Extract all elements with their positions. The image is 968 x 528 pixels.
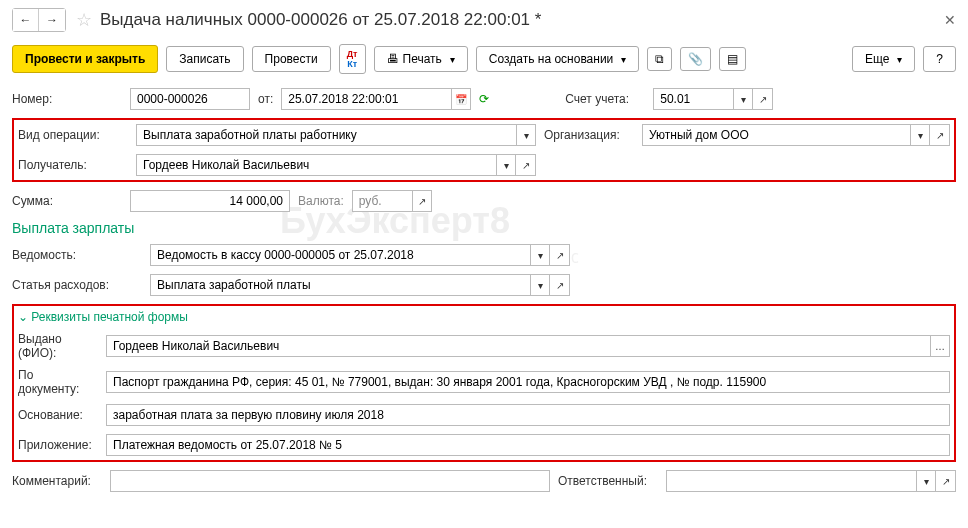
print-req-toggle[interactable]: ⌄ Реквизиты печатной формы [18,310,950,324]
calendar-icon[interactable]: 📅 [451,88,471,110]
chevron-down-icon: ⌄ [18,310,28,324]
recipient-open-icon[interactable]: ↗ [516,154,536,176]
printer-icon: 🖶 [387,52,399,66]
expense-input[interactable] [150,274,530,296]
highlighted-section-2: ⌄ Реквизиты печатной формы Выдано (ФИО):… [12,304,956,462]
sum-label: Сумма: [12,194,122,208]
basis-input[interactable] [106,404,950,426]
recipient-label: Получатель: [18,158,128,172]
row-comment: Комментарий: Ответственный: ▾ ↗ [12,470,956,492]
account-dropdown-icon[interactable]: ▾ [733,88,753,110]
currency-input [352,190,412,212]
list-button[interactable]: ▤ [719,47,746,71]
list-icon: ▤ [727,52,738,66]
doc-input[interactable] [106,371,950,393]
org-input[interactable] [642,124,910,146]
back-button[interactable]: ← [13,9,39,31]
optype-label: Вид операции: [18,128,128,142]
row-sum: Сумма: Валюта: ↗ [12,190,956,212]
row-vedomost: Ведомость: ▾ ↗ [12,244,956,266]
related-icon: ⧉ [655,52,664,66]
print-button[interactable]: 🖶 Печать [374,46,468,72]
number-label: Номер: [12,92,122,106]
salary-section-title: Выплата зарплаты [12,220,956,236]
sum-input[interactable] [130,190,290,212]
optype-dropdown-icon[interactable]: ▾ [516,124,536,146]
star-icon[interactable]: ☆ [76,9,92,31]
attach-label: Приложение: [18,438,98,452]
refresh-icon[interactable]: ⟳ [479,92,489,106]
vedomost-label: Ведомость: [12,248,142,262]
org-dropdown-icon[interactable]: ▾ [910,124,930,146]
forward-button[interactable]: → [39,9,65,31]
date-input[interactable] [281,88,451,110]
record-button[interactable]: Записать [166,46,243,72]
org-open-icon[interactable]: ↗ [930,124,950,146]
row-expense: Статья расходов: ▾ ↗ [12,274,956,296]
comment-input[interactable] [110,470,550,492]
optype-input[interactable] [136,124,516,146]
number-input[interactable] [130,88,250,110]
help-button[interactable]: ? [923,46,956,72]
responsible-input[interactable] [666,470,916,492]
row-number: Номер: от: 📅 ⟳ Счет учета: ▾ ↗ [12,88,956,110]
vedomost-dropdown-icon[interactable]: ▾ [530,244,550,266]
account-open-icon[interactable]: ↗ [753,88,773,110]
vedomost-open-icon[interactable]: ↗ [550,244,570,266]
close-icon[interactable]: ✕ [944,12,956,28]
responsible-dropdown-icon[interactable]: ▾ [916,470,936,492]
recipient-dropdown-icon[interactable]: ▾ [496,154,516,176]
dtkt-button[interactable]: ДтКт [339,44,366,74]
toolbar: Провести и закрыть Записать Провести ДтК… [12,44,956,74]
nav-buttons: ← → [12,8,66,32]
expense-dropdown-icon[interactable]: ▾ [530,274,550,296]
currency-label: Валюта: [298,194,344,208]
highlighted-section-1: Вид операции: ▾ Организация: ▾ ↗ Получат… [12,118,956,182]
clip-button[interactable]: 📎 [680,47,711,71]
basis-label: Основание: [18,408,98,422]
responsible-label: Ответственный: [558,474,658,488]
attach-input[interactable] [106,434,950,456]
post-button[interactable]: Провести [252,46,331,72]
create-based-button[interactable]: Создать на основании [476,46,640,72]
comment-label: Комментарий: [12,474,102,488]
recipient-input[interactable] [136,154,496,176]
issued-input[interactable] [106,335,930,357]
currency-open-icon[interactable]: ↗ [412,190,432,212]
issued-label: Выдано (ФИО): [18,332,98,360]
page-title: Выдача наличных 0000-000026 от 25.07.201… [100,10,944,30]
vedomost-input[interactable] [150,244,530,266]
responsible-open-icon[interactable]: ↗ [936,470,956,492]
org-label: Организация: [544,128,634,142]
issued-more-icon[interactable]: … [930,335,950,357]
more-button[interactable]: Еще [852,46,915,72]
from-label: от: [258,92,273,106]
account-label: Счет учета: [565,92,645,106]
account-input[interactable] [653,88,733,110]
expense-label: Статья расходов: [12,278,142,292]
clip-icon: 📎 [688,52,703,66]
related-button[interactable]: ⧉ [647,47,672,71]
header: ← → ☆ Выдача наличных 0000-000026 от 25.… [12,8,956,32]
expense-open-icon[interactable]: ↗ [550,274,570,296]
post-close-button[interactable]: Провести и закрыть [12,45,158,73]
doc-label: По документу: [18,368,98,396]
